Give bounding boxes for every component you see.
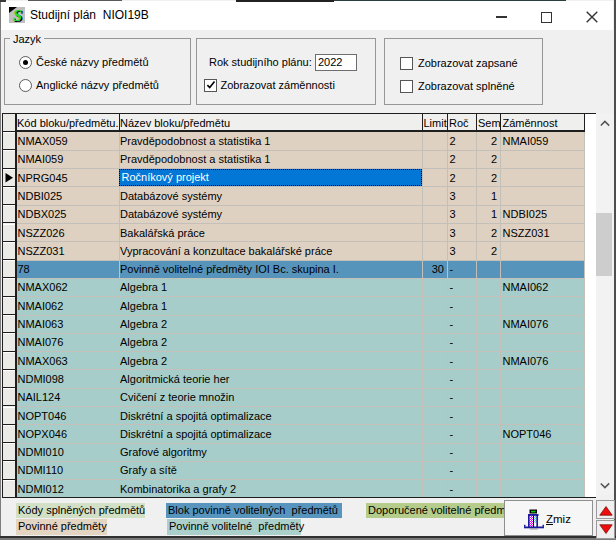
svg-text:S: S xyxy=(13,7,22,23)
